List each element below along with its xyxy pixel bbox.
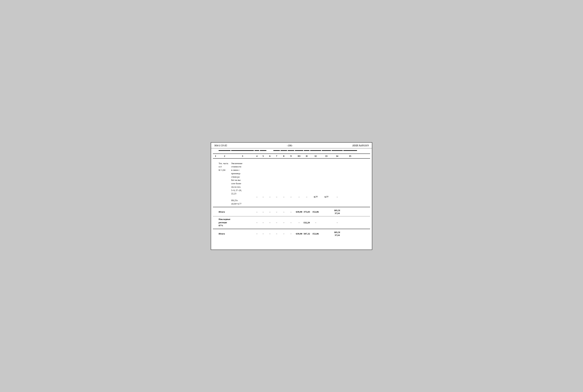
page: 904-I-59 85 -186- ИНВ №8918/9 I 2 3 xyxy=(211,142,372,250)
col7-dash: – xyxy=(273,162,280,206)
itogo2-col10: 639,90 xyxy=(295,232,304,235)
desc-line8: 2м по поз. xyxy=(231,186,241,188)
col-header-9: 9 xyxy=(287,154,295,158)
itogo2-col14: I05,5I 37,I4 xyxy=(331,231,343,237)
nak-label: Накладные расходы 87% xyxy=(218,218,231,227)
desc-formula1: II9,25x xyxy=(231,199,238,202)
nak-col14: – xyxy=(331,221,343,224)
itogo1-col9: – xyxy=(287,210,295,213)
itogo2-label: Итого xyxy=(218,232,231,235)
nak-col10: – xyxy=(295,221,304,224)
itogo2-col6: – xyxy=(267,232,273,235)
col-header-8: 8 xyxy=(280,154,287,158)
desc-line7: соте более xyxy=(231,182,241,185)
col12-val: 4,77 xyxy=(310,162,321,206)
col10-dash: – xyxy=(295,162,304,206)
itogo2-col8: – xyxy=(280,232,287,235)
col-header-11: II xyxy=(304,154,310,158)
col-header-15: I5 xyxy=(343,154,357,158)
itogo-row-2: Итого – – – – – – 639,90 507,32 I52,06 I… xyxy=(213,231,370,237)
desc-k: К=1,04 xyxy=(219,169,225,171)
itogo1-col5: – xyxy=(260,210,267,213)
itogo2-val15: 37,I4 xyxy=(335,234,340,236)
itogo2-col5: – xyxy=(260,232,267,235)
col6-dash: – xyxy=(267,162,273,206)
desc-line4: производ- xyxy=(231,172,241,175)
desc-line3: в связи с xyxy=(231,169,239,171)
header: 904-I-59 85 -186- ИНВ №8918/9 xyxy=(211,143,372,148)
desc-formula2: x0,04=4,77 xyxy=(231,202,241,205)
col9-dash: – xyxy=(287,162,295,206)
itogo1-col6: – xyxy=(267,210,273,213)
col5-dash: – xyxy=(260,162,267,206)
col1-empty xyxy=(213,162,218,206)
nak-col8: – xyxy=(280,221,287,224)
itogo1-col10: 639,90 xyxy=(295,210,304,213)
itogo1-label: Итого xyxy=(218,210,231,213)
itogo2-col4: – xyxy=(254,232,260,235)
itogo2-val14: I05,5I xyxy=(334,231,340,234)
nak-label1: Накладные xyxy=(219,218,230,220)
nak-col12: – xyxy=(310,221,321,224)
nak-label2: расходы 87% xyxy=(219,221,227,227)
col-header-1: I xyxy=(213,154,218,158)
nak-col5: – xyxy=(260,221,267,224)
col-header-12: I2 xyxy=(310,154,321,158)
nak-col9: – xyxy=(287,221,295,224)
col2-desc: Тех. часть п.4 К=1,04 xyxy=(218,162,231,206)
col13-val: 4,77 xyxy=(321,162,331,206)
separator-3 xyxy=(213,229,370,229)
thick-lines-decorative xyxy=(213,150,370,152)
itogo1-col8: – xyxy=(280,210,287,213)
itogo1-col12: I52,06 xyxy=(310,210,321,213)
nak-col6: – xyxy=(267,221,273,224)
col-header-7: 7 xyxy=(273,154,280,158)
nak-col4: – xyxy=(254,221,260,224)
col4-dash: – xyxy=(254,162,260,206)
itogo1-col4: – xyxy=(254,210,260,213)
col-header-4: 4 xyxy=(254,154,260,158)
col15-empty xyxy=(343,162,357,206)
itogo1-val15: 37,I4 xyxy=(335,212,340,214)
nak-col7: – xyxy=(273,221,280,224)
col-header-2: 2 xyxy=(218,154,231,158)
col-header-13: I3 xyxy=(321,154,331,158)
itogo2-col7: – xyxy=(273,232,280,235)
desc-line6: бот на вы- xyxy=(231,179,241,182)
col14-dash: – xyxy=(331,162,343,206)
itogo2-col9: – xyxy=(287,232,295,235)
header-left: 904-I-59 85 xyxy=(214,144,227,147)
desc-tech: Тех. часть xyxy=(219,162,228,165)
desc-line1: Увеличение xyxy=(231,162,243,165)
col-header-6: 6 xyxy=(267,154,273,158)
nakladnye-row: Накладные расходы 87% – – – – – – – I32,… xyxy=(213,218,370,227)
col-header-3: 3 xyxy=(231,154,254,158)
nak-col11: I32,29 xyxy=(304,221,310,224)
itogo2-col12: I52,06 xyxy=(310,232,321,235)
desc-line9: 5÷9, I7÷20, xyxy=(231,189,242,192)
desc-line10: 22,23 xyxy=(231,192,236,195)
col8-dash: – xyxy=(280,162,287,206)
itogo1-col14: I05,5I 37,I4 xyxy=(331,209,343,215)
desc-line2: стоимости xyxy=(231,166,241,168)
itogo-row-1: Итого – – – – – – 639,90 375,03 I52,06 I… xyxy=(213,209,370,215)
desc-line5: ством ра- xyxy=(231,176,240,178)
col3-desc: Увеличение стоимости в связи с производ-… xyxy=(231,162,254,206)
data-section: Тех. часть п.4 К=1,04 Увеличение стоимос… xyxy=(213,162,370,237)
itogo1-col11: 375,03 xyxy=(304,210,310,213)
separator-1 xyxy=(213,207,370,207)
column-headers: I 2 3 4 5 6 7 8 9 IO II I2 I3 I4 I5 xyxy=(213,154,370,158)
desc-p4: п.4 xyxy=(219,166,222,168)
header-right: ИНВ №8918/9 xyxy=(353,144,369,147)
content: I 2 3 4 5 6 7 8 9 IO II I2 I3 I4 I5 Тех.… xyxy=(211,150,372,237)
col-header-14: I4 xyxy=(331,154,343,158)
itogo2-col11: 507,32 xyxy=(304,232,310,235)
col-header-10: IO xyxy=(295,154,304,158)
header-center: -186- xyxy=(287,144,293,147)
itogo1-val14: I05,5I xyxy=(334,209,340,212)
col-header-5: 5 xyxy=(260,154,267,158)
itogo1-col7: – xyxy=(273,210,280,213)
col11-dash: – xyxy=(304,162,310,206)
